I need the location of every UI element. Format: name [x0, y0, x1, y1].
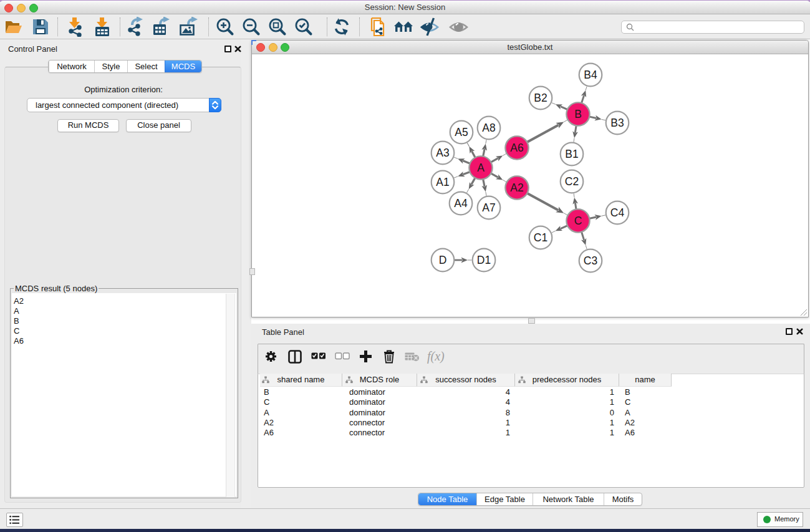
svg-text:A7: A7: [482, 201, 495, 214]
svg-text:A3: A3: [436, 147, 449, 159]
svg-text:C2: C2: [565, 175, 579, 188]
svg-text:A4: A4: [454, 197, 468, 210]
svg-text:C3: C3: [584, 254, 597, 267]
svg-text:D1: D1: [477, 254, 491, 266]
svg-text:A1: A1: [436, 176, 449, 188]
svg-text:C4: C4: [610, 206, 625, 219]
svg-text:B2: B2: [534, 92, 547, 104]
svg-text:A5: A5: [455, 126, 468, 138]
svg-text:C1: C1: [534, 231, 547, 244]
svg-text:A: A: [477, 162, 485, 174]
svg-text:A8: A8: [482, 122, 495, 134]
svg-text:B1: B1: [565, 148, 578, 160]
svg-text:B4: B4: [584, 69, 597, 81]
svg-text:B: B: [574, 108, 582, 120]
svg-text:D: D: [439, 254, 447, 266]
svg-text:A6: A6: [510, 142, 523, 154]
svg-text:B3: B3: [610, 117, 624, 129]
svg-text:A2: A2: [510, 181, 523, 194]
svg-text:C: C: [574, 215, 582, 227]
